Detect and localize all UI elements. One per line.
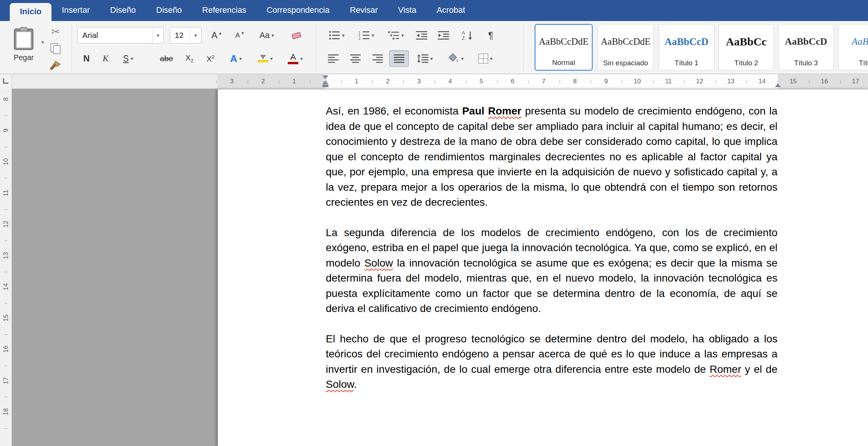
clear-formatting-button[interactable]: [285, 27, 308, 44]
shading-button[interactable]: ▾: [442, 50, 469, 67]
document-page[interactable]: Así, en 1986, el economista Paul Romer p…: [218, 89, 868, 446]
font-color-button[interactable]: A ▾: [282, 50, 309, 67]
chevron-down-icon: ▾: [131, 56, 133, 62]
tab-vista[interactable]: Vista: [388, 0, 427, 21]
ruler-number: 5: [479, 78, 483, 85]
subscript-button[interactable]: X2: [180, 50, 199, 67]
change-case-label: Aa: [260, 30, 270, 40]
tab-selector[interactable]: [0, 74, 12, 89]
grow-font-button[interactable]: A▲: [206, 27, 228, 44]
bullets-button[interactable]: ▾: [324, 27, 349, 44]
style-sin-espaciado[interactable]: AaBbCcDdE Sin espaciado: [597, 24, 654, 71]
decrease-indent-button[interactable]: [412, 27, 431, 44]
align-left-icon: [328, 54, 339, 63]
group-separator: [316, 24, 316, 71]
style-label: Normal: [552, 59, 575, 67]
chevron-down-icon: ▾: [372, 32, 374, 38]
ruler-tick: [5, 209, 8, 210]
tab-revisar[interactable]: Revisar: [340, 0, 388, 21]
increase-indent-button[interactable]: [434, 27, 453, 44]
right-indent-marker[interactable]: [775, 83, 781, 87]
style-label: Sin espaciado: [603, 59, 648, 67]
font-size-combobox[interactable]: 12 ▾: [170, 27, 201, 44]
chevron-down-icon: ▾: [152, 27, 163, 43]
underline-button[interactable]: S▾: [116, 50, 141, 67]
chevron-down-icon: ▾: [190, 27, 201, 43]
multilevel-list-button[interactable]: ▾: [383, 27, 409, 44]
svg-text:Z: Z: [462, 35, 465, 41]
highlight-color-button[interactable]: ▾: [252, 50, 279, 67]
tab-diseno-1[interactable]: Diseño: [100, 0, 146, 21]
copy-icon: [50, 43, 61, 54]
ruler-tick: [528, 80, 529, 83]
font-name-value: Arial: [78, 31, 152, 40]
document-text[interactable]: Así, en 1986, el economista Paul Romer p…: [326, 104, 777, 407]
show-paragraph-marks-button[interactable]: ¶: [481, 27, 501, 44]
ruler-tick: [715, 80, 716, 83]
paragraph-3: El hecho de que el progreso tecnológico …: [326, 331, 777, 392]
cut-button[interactable]: ✂: [47, 23, 64, 40]
ribbon-tab-bar: Inicio Insertar Diseño Diseño Referencia…: [0, 0, 868, 21]
tab-acrobat[interactable]: Acrobat: [426, 0, 475, 21]
style-preview: AaBbCcDdE: [539, 36, 588, 47]
paste-button[interactable]: Pegar: [8, 24, 40, 71]
ruler-tick: [5, 272, 8, 272]
ruler-number: 18: [2, 407, 10, 417]
font-name-combobox[interactable]: Arial ▾: [77, 27, 164, 44]
bold-button[interactable]: N: [77, 50, 95, 67]
font-size-value: 12: [170, 31, 190, 40]
text-effects-icon: A: [230, 53, 237, 65]
align-justify-button[interactable]: [389, 50, 409, 67]
triangle-down-icon: ▼: [241, 31, 245, 35]
ruler-number: 16: [2, 344, 10, 354]
tab-referencias[interactable]: Referencias: [192, 0, 256, 21]
line-spacing-button[interactable]: ▾: [412, 50, 438, 67]
numbering-button[interactable]: 1 2 3 ▾: [352, 27, 380, 44]
copy-button[interactable]: [47, 41, 64, 57]
text-effects-button[interactable]: A▾: [223, 50, 249, 67]
style-titulo-3[interactable]: AaBbCcD Título 3: [778, 24, 834, 71]
svg-text:3: 3: [358, 37, 360, 40]
superscript-button[interactable]: X2: [201, 50, 220, 67]
style-preview: AaBbCc: [726, 35, 767, 48]
italic-label: K: [103, 54, 108, 63]
align-left-button[interactable]: [324, 50, 343, 67]
hanging-indent-marker[interactable]: [322, 80, 328, 84]
ruler-number: 6: [511, 78, 514, 85]
ruler-tick: [310, 80, 310, 83]
style-titulo-2[interactable]: AaBbCc Título 2: [718, 24, 774, 71]
align-right-button[interactable]: [367, 50, 387, 67]
left-indent-marker[interactable]: [322, 84, 328, 87]
chevron-down-icon: ▾: [300, 56, 303, 62]
borders-button[interactable]: ▾: [472, 50, 499, 67]
paste-dropdown[interactable]: ▾: [38, 34, 46, 50]
style-titulo[interactable]: AaBbC Títul: [838, 24, 868, 71]
ruler-tick: [404, 80, 404, 83]
style-titulo-1[interactable]: AaBbCcD Título 1: [659, 24, 714, 71]
first-line-indent-marker[interactable]: [322, 75, 328, 79]
style-normal[interactable]: AaBbCcDdE Normal: [535, 24, 593, 71]
font-color-icon: A: [288, 53, 298, 64]
triangle-up-icon: ▲: [218, 31, 222, 35]
ruler-tick: [5, 366, 8, 366]
tab-insertar[interactable]: Insertar: [51, 0, 100, 21]
decrease-indent-icon: [416, 30, 427, 40]
ruler-number: 12: [696, 78, 703, 85]
style-label: Títul: [859, 59, 868, 67]
italic-button[interactable]: K: [97, 50, 114, 67]
shrink-font-button[interactable]: A▼: [230, 27, 250, 44]
horizontal-ruler: 3211234567891011121314151617: [0, 74, 868, 89]
tab-correspondencia[interactable]: Correspondencia: [256, 0, 340, 21]
ruler-tick: [809, 80, 809, 83]
change-case-button[interactable]: Aa▾: [253, 27, 280, 44]
ruler-tick: [5, 147, 8, 147]
svg-text:A: A: [462, 30, 465, 36]
format-painter-button[interactable]: [45, 57, 65, 74]
align-center-button[interactable]: [346, 50, 365, 67]
ruler-tick: [216, 80, 217, 83]
sort-button[interactable]: A Z: [456, 27, 478, 44]
tab-diseno-2[interactable]: Diseño: [146, 0, 192, 21]
tab-inicio[interactable]: Inicio: [10, 3, 51, 21]
ruler-number: 15: [2, 313, 10, 323]
strikethrough-button[interactable]: abe: [156, 50, 177, 67]
